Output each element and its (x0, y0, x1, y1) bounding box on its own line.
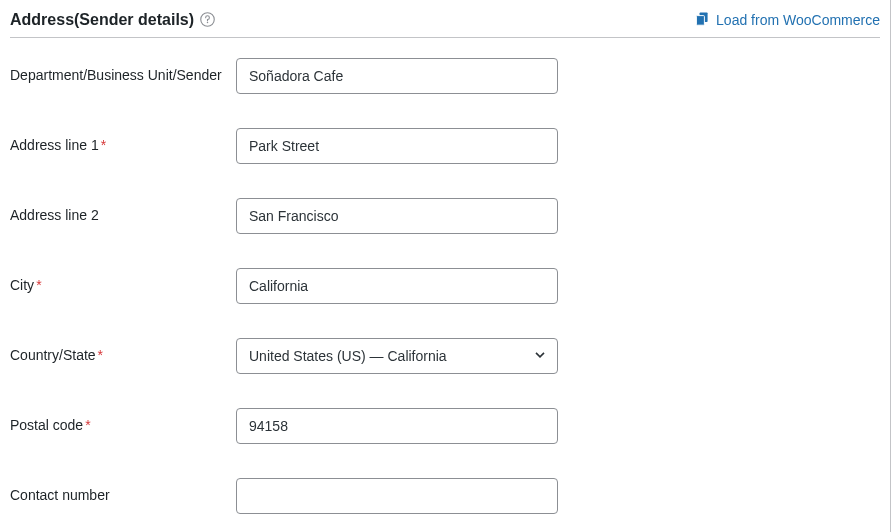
address2-label: Address line 2 (10, 198, 236, 224)
required-mark: * (101, 137, 106, 153)
country-state-select[interactable]: United States (US) — California (236, 338, 558, 374)
contact-label: Contact number (10, 478, 236, 504)
city-input[interactable] (236, 268, 558, 304)
business-label: Department/Business Unit/Sender (10, 58, 236, 84)
form-row-address2: Address line 2 (10, 198, 880, 234)
country-state-label: Country/State* (10, 338, 236, 364)
address1-label: Address line 1* (10, 128, 236, 154)
svg-rect-3 (696, 16, 704, 26)
form-row-business: Department/Business Unit/Sender (10, 58, 880, 94)
section-title-wrap: Address(Sender details) (10, 11, 215, 29)
load-link-text: Load from WooCommerce (716, 12, 880, 28)
section-header: Address(Sender details) Load from WooCom… (10, 10, 880, 38)
contact-input[interactable] (236, 478, 558, 514)
form-row-country: Country/State* United States (US) — Cali… (10, 338, 880, 374)
form-row-contact: Contact number (10, 478, 880, 514)
form-row-city: City* (10, 268, 880, 304)
form-row-address1: Address line 1* (10, 128, 880, 164)
required-mark: * (85, 417, 90, 433)
postal-label: Postal code* (10, 408, 236, 434)
business-input[interactable] (236, 58, 558, 94)
address1-input[interactable] (236, 128, 558, 164)
load-from-woocommerce-link[interactable]: Load from WooCommerce (694, 10, 880, 29)
section-title: Address(Sender details) (10, 11, 194, 29)
form-row-postal: Postal code* (10, 408, 880, 444)
postal-input[interactable] (236, 408, 558, 444)
copy-icon (694, 10, 710, 29)
city-label: City* (10, 268, 236, 294)
required-mark: * (98, 347, 103, 363)
address2-input[interactable] (236, 198, 558, 234)
country-state-select-wrap: United States (US) — California (236, 338, 558, 374)
help-icon[interactable] (200, 12, 215, 27)
svg-point-1 (207, 22, 209, 24)
required-mark: * (36, 277, 41, 293)
